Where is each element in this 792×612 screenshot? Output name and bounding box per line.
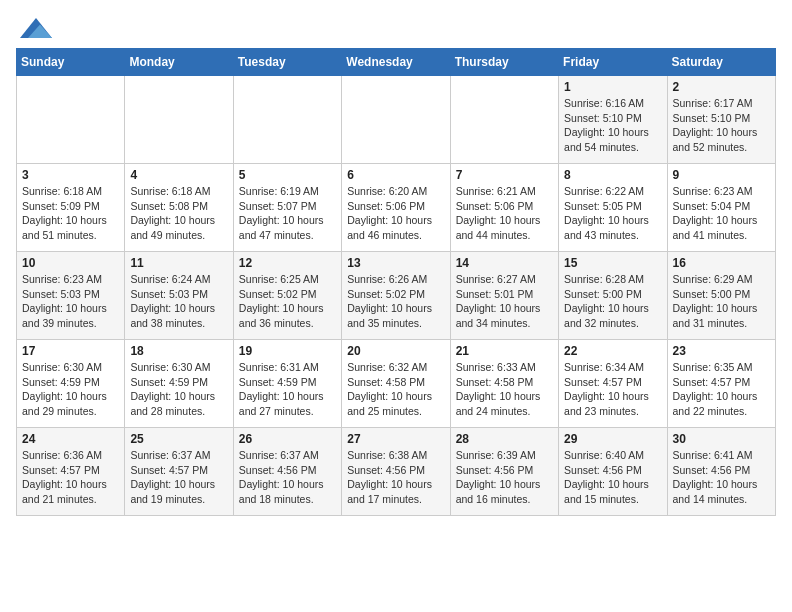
cell-info: Sunrise: 6:39 AM Sunset: 4:56 PM Dayligh… — [456, 448, 553, 507]
cell-info: Sunrise: 6:28 AM Sunset: 5:00 PM Dayligh… — [564, 272, 661, 331]
day-number: 21 — [456, 344, 553, 358]
calendar-cell — [125, 76, 233, 164]
cell-info: Sunrise: 6:18 AM Sunset: 5:08 PM Dayligh… — [130, 184, 227, 243]
calendar-cell: 16Sunrise: 6:29 AM Sunset: 5:00 PM Dayli… — [667, 252, 775, 340]
day-number: 26 — [239, 432, 336, 446]
calendar-cell: 20Sunrise: 6:32 AM Sunset: 4:58 PM Dayli… — [342, 340, 450, 428]
cell-info: Sunrise: 6:18 AM Sunset: 5:09 PM Dayligh… — [22, 184, 119, 243]
day-number: 2 — [673, 80, 770, 94]
cell-info: Sunrise: 6:30 AM Sunset: 4:59 PM Dayligh… — [22, 360, 119, 419]
calendar-cell: 18Sunrise: 6:30 AM Sunset: 4:59 PM Dayli… — [125, 340, 233, 428]
cell-info: Sunrise: 6:20 AM Sunset: 5:06 PM Dayligh… — [347, 184, 444, 243]
day-number: 16 — [673, 256, 770, 270]
calendar-header: SundayMondayTuesdayWednesdayThursdayFrid… — [17, 49, 776, 76]
calendar-week-0: 1Sunrise: 6:16 AM Sunset: 5:10 PM Daylig… — [17, 76, 776, 164]
column-header-saturday: Saturday — [667, 49, 775, 76]
cell-info: Sunrise: 6:19 AM Sunset: 5:07 PM Dayligh… — [239, 184, 336, 243]
calendar-cell: 2Sunrise: 6:17 AM Sunset: 5:10 PM Daylig… — [667, 76, 775, 164]
header-row: SundayMondayTuesdayWednesdayThursdayFrid… — [17, 49, 776, 76]
calendar-cell: 27Sunrise: 6:38 AM Sunset: 4:56 PM Dayli… — [342, 428, 450, 516]
cell-info: Sunrise: 6:23 AM Sunset: 5:04 PM Dayligh… — [673, 184, 770, 243]
column-header-tuesday: Tuesday — [233, 49, 341, 76]
cell-info: Sunrise: 6:35 AM Sunset: 4:57 PM Dayligh… — [673, 360, 770, 419]
page-header — [16, 16, 776, 38]
calendar-week-3: 17Sunrise: 6:30 AM Sunset: 4:59 PM Dayli… — [17, 340, 776, 428]
calendar-cell: 24Sunrise: 6:36 AM Sunset: 4:57 PM Dayli… — [17, 428, 125, 516]
calendar-cell — [233, 76, 341, 164]
cell-info: Sunrise: 6:41 AM Sunset: 4:56 PM Dayligh… — [673, 448, 770, 507]
day-number: 18 — [130, 344, 227, 358]
cell-info: Sunrise: 6:40 AM Sunset: 4:56 PM Dayligh… — [564, 448, 661, 507]
calendar-cell: 11Sunrise: 6:24 AM Sunset: 5:03 PM Dayli… — [125, 252, 233, 340]
calendar-cell: 29Sunrise: 6:40 AM Sunset: 4:56 PM Dayli… — [559, 428, 667, 516]
day-number: 4 — [130, 168, 227, 182]
cell-info: Sunrise: 6:32 AM Sunset: 4:58 PM Dayligh… — [347, 360, 444, 419]
calendar-cell: 3Sunrise: 6:18 AM Sunset: 5:09 PM Daylig… — [17, 164, 125, 252]
day-number: 29 — [564, 432, 661, 446]
day-number: 17 — [22, 344, 119, 358]
cell-info: Sunrise: 6:16 AM Sunset: 5:10 PM Dayligh… — [564, 96, 661, 155]
column-header-sunday: Sunday — [17, 49, 125, 76]
day-number: 5 — [239, 168, 336, 182]
day-number: 1 — [564, 80, 661, 94]
day-number: 20 — [347, 344, 444, 358]
calendar-cell — [17, 76, 125, 164]
day-number: 28 — [456, 432, 553, 446]
calendar-week-2: 10Sunrise: 6:23 AM Sunset: 5:03 PM Dayli… — [17, 252, 776, 340]
calendar-cell: 17Sunrise: 6:30 AM Sunset: 4:59 PM Dayli… — [17, 340, 125, 428]
day-number: 23 — [673, 344, 770, 358]
cell-info: Sunrise: 6:37 AM Sunset: 4:57 PM Dayligh… — [130, 448, 227, 507]
cell-info: Sunrise: 6:36 AM Sunset: 4:57 PM Dayligh… — [22, 448, 119, 507]
calendar-cell: 7Sunrise: 6:21 AM Sunset: 5:06 PM Daylig… — [450, 164, 558, 252]
cell-info: Sunrise: 6:37 AM Sunset: 4:56 PM Dayligh… — [239, 448, 336, 507]
day-number: 6 — [347, 168, 444, 182]
cell-info: Sunrise: 6:24 AM Sunset: 5:03 PM Dayligh… — [130, 272, 227, 331]
cell-info: Sunrise: 6:26 AM Sunset: 5:02 PM Dayligh… — [347, 272, 444, 331]
day-number: 3 — [22, 168, 119, 182]
calendar-cell: 6Sunrise: 6:20 AM Sunset: 5:06 PM Daylig… — [342, 164, 450, 252]
calendar-cell: 1Sunrise: 6:16 AM Sunset: 5:10 PM Daylig… — [559, 76, 667, 164]
calendar-cell: 5Sunrise: 6:19 AM Sunset: 5:07 PM Daylig… — [233, 164, 341, 252]
calendar-cell: 28Sunrise: 6:39 AM Sunset: 4:56 PM Dayli… — [450, 428, 558, 516]
day-number: 9 — [673, 168, 770, 182]
calendar-body: 1Sunrise: 6:16 AM Sunset: 5:10 PM Daylig… — [17, 76, 776, 516]
logo-icon — [20, 18, 52, 38]
calendar-cell: 26Sunrise: 6:37 AM Sunset: 4:56 PM Dayli… — [233, 428, 341, 516]
cell-info: Sunrise: 6:38 AM Sunset: 4:56 PM Dayligh… — [347, 448, 444, 507]
calendar-cell: 21Sunrise: 6:33 AM Sunset: 4:58 PM Dayli… — [450, 340, 558, 428]
calendar-cell: 15Sunrise: 6:28 AM Sunset: 5:00 PM Dayli… — [559, 252, 667, 340]
day-number: 30 — [673, 432, 770, 446]
calendar-cell: 14Sunrise: 6:27 AM Sunset: 5:01 PM Dayli… — [450, 252, 558, 340]
day-number: 14 — [456, 256, 553, 270]
day-number: 25 — [130, 432, 227, 446]
calendar-cell: 8Sunrise: 6:22 AM Sunset: 5:05 PM Daylig… — [559, 164, 667, 252]
cell-info: Sunrise: 6:25 AM Sunset: 5:02 PM Dayligh… — [239, 272, 336, 331]
calendar-cell: 19Sunrise: 6:31 AM Sunset: 4:59 PM Dayli… — [233, 340, 341, 428]
cell-info: Sunrise: 6:34 AM Sunset: 4:57 PM Dayligh… — [564, 360, 661, 419]
calendar-cell: 4Sunrise: 6:18 AM Sunset: 5:08 PM Daylig… — [125, 164, 233, 252]
day-number: 15 — [564, 256, 661, 270]
column-header-monday: Monday — [125, 49, 233, 76]
logo — [16, 16, 52, 38]
cell-info: Sunrise: 6:31 AM Sunset: 4:59 PM Dayligh… — [239, 360, 336, 419]
calendar-cell: 12Sunrise: 6:25 AM Sunset: 5:02 PM Dayli… — [233, 252, 341, 340]
calendar-cell: 10Sunrise: 6:23 AM Sunset: 5:03 PM Dayli… — [17, 252, 125, 340]
cell-info: Sunrise: 6:33 AM Sunset: 4:58 PM Dayligh… — [456, 360, 553, 419]
calendar-cell: 30Sunrise: 6:41 AM Sunset: 4:56 PM Dayli… — [667, 428, 775, 516]
calendar-cell: 22Sunrise: 6:34 AM Sunset: 4:57 PM Dayli… — [559, 340, 667, 428]
day-number: 11 — [130, 256, 227, 270]
column-header-thursday: Thursday — [450, 49, 558, 76]
calendar-cell: 23Sunrise: 6:35 AM Sunset: 4:57 PM Dayli… — [667, 340, 775, 428]
cell-info: Sunrise: 6:30 AM Sunset: 4:59 PM Dayligh… — [130, 360, 227, 419]
calendar-cell: 25Sunrise: 6:37 AM Sunset: 4:57 PM Dayli… — [125, 428, 233, 516]
calendar-cell — [342, 76, 450, 164]
day-number: 27 — [347, 432, 444, 446]
day-number: 24 — [22, 432, 119, 446]
day-number: 22 — [564, 344, 661, 358]
cell-info: Sunrise: 6:17 AM Sunset: 5:10 PM Dayligh… — [673, 96, 770, 155]
column-header-wednesday: Wednesday — [342, 49, 450, 76]
day-number: 10 — [22, 256, 119, 270]
calendar-week-1: 3Sunrise: 6:18 AM Sunset: 5:09 PM Daylig… — [17, 164, 776, 252]
cell-info: Sunrise: 6:21 AM Sunset: 5:06 PM Dayligh… — [456, 184, 553, 243]
calendar-table: SundayMondayTuesdayWednesdayThursdayFrid… — [16, 48, 776, 516]
